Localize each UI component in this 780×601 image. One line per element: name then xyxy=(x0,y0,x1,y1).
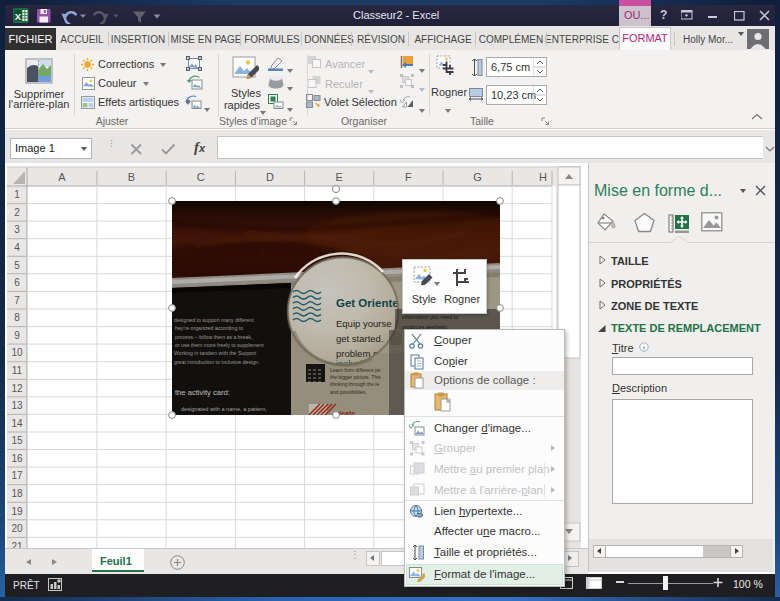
svg-text:G: G xyxy=(473,171,482,183)
svg-text:21: 21 xyxy=(11,541,23,548)
svg-text:X: X xyxy=(15,11,22,22)
svg-text:A: A xyxy=(58,171,66,183)
svg-text:H: H xyxy=(539,171,547,183)
svg-text:8: 8 xyxy=(14,312,20,323)
svg-text:9: 9 xyxy=(14,330,20,341)
svg-text:4: 4 xyxy=(14,242,20,253)
svg-text:3: 3 xyxy=(14,224,20,235)
svg-text:11: 11 xyxy=(12,365,23,376)
svg-text:1: 1 xyxy=(14,189,20,200)
svg-text:6: 6 xyxy=(14,277,20,288)
svg-text:2: 2 xyxy=(14,207,20,218)
svg-text:20: 20 xyxy=(11,523,23,534)
svg-text:7: 7 xyxy=(14,295,20,306)
svg-text:D: D xyxy=(266,171,274,183)
svg-text:16: 16 xyxy=(11,453,23,464)
svg-text:13: 13 xyxy=(11,400,23,411)
svg-text:C: C xyxy=(197,171,205,183)
svg-text:14: 14 xyxy=(11,418,23,429)
svg-text:5: 5 xyxy=(14,260,20,271)
svg-text:E: E xyxy=(336,171,343,183)
svg-text:12: 12 xyxy=(11,383,23,394)
svg-text:10: 10 xyxy=(11,347,23,358)
svg-text:15: 15 xyxy=(11,435,23,446)
svg-text:18: 18 xyxy=(11,488,23,499)
svg-text:B: B xyxy=(128,171,135,183)
svg-text:F: F xyxy=(405,171,412,183)
svg-text:19: 19 xyxy=(11,506,23,517)
svg-text:17: 17 xyxy=(11,470,23,481)
